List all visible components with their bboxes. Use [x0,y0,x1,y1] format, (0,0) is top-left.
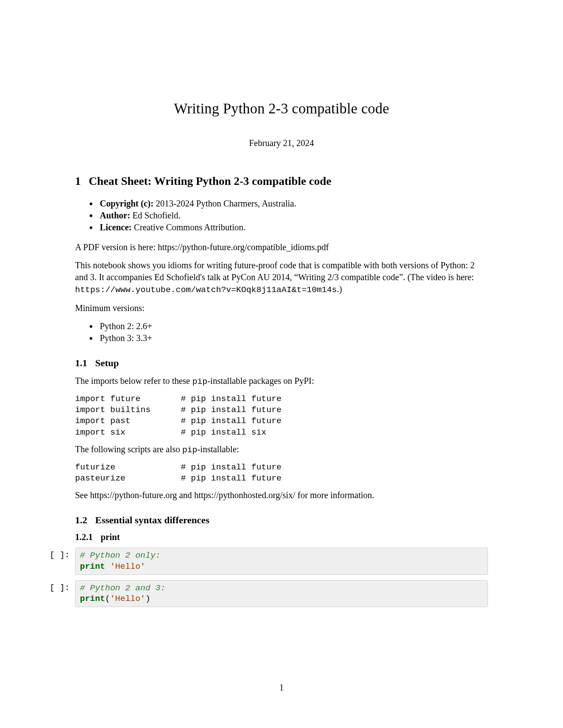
code-comment: # Python 2 and 3: [80,583,166,593]
code-cell-1: [ ]: # Python 2 only: print 'Hello' [75,548,488,574]
pdf-link: https://python-future.org/compatible_idi… [158,242,329,252]
section-number: 1 [75,175,81,188]
list-item: Python 2: 2.6+ [98,320,488,332]
subsubsection-print: 1.2.1print [75,532,488,542]
section-title: Cheat Sheet: Writing Python 2-3 compatib… [89,175,331,188]
setup-code-scripts: futurize # pip install future pasteurize… [75,462,488,484]
meta-licence-value: Creative Commons Attribution. [132,222,246,232]
text: The imports below refer to these [75,376,192,386]
setup-lead-1: The imports below refer to these pip-ins… [75,375,488,388]
min-versions-list: Python 2: 2.6+ Python 3: 3.3+ [75,320,488,344]
list-item: Python 3: 3.3+ [98,332,488,344]
subsection-essential-syntax: 1.2Essential syntax differences [75,514,488,526]
text: for more information. [295,490,374,500]
cell-prompt: [ ]: [22,580,75,593]
list-item: Author: Ed Schofield. [98,210,488,221]
code-keyword: print [80,594,105,604]
cell-body: # Python 2 and 3: print('Hello') [75,580,488,607]
list-item: Licence: Creative Commons Attribution. [98,221,488,233]
code-paren: ) [145,594,150,604]
meta-copyright-value: 2013-2024 Python Charmers, Australia. [154,199,296,208]
section-number: 1.2.1 [75,532,93,542]
setup-lead-2: The following scripts are also pip-insta… [75,443,488,456]
setup-code-imports: import future # pip install future impor… [75,394,488,438]
intro-paragraph: This notebook shows you idioms for writi… [75,259,488,296]
pdf-line-pre: A PDF version is here: [75,242,158,252]
link-python-future: https://python-future.org [90,490,177,500]
pdf-line: A PDF version is here: https://python-fu… [75,241,488,253]
text: -installable packages on PyPI: [208,376,314,386]
section-heading-1: 1Cheat Sheet: Writing Python 2-3 compati… [75,175,488,188]
section-number: 1.1 [75,357,87,368]
meta-author-value: Ed Schofield. [130,210,181,220]
cell-prompt: [ ]: [22,548,75,560]
document-date: February 21, 2024 [75,138,488,148]
meta-copyright-label: Copyright (c): [100,199,154,208]
code-cell-2: [ ]: # Python 2 and 3: print('Hello') [75,580,488,607]
meta-author-label: Author: [100,210,130,220]
document-title: Writing Python 2-3 compatible code [75,101,488,117]
intro-tail: .) [337,284,342,294]
code-paren: ( [105,594,110,604]
text: The following scripts are also [75,444,182,454]
intro-text: This notebook shows you idioms for writi… [75,260,475,282]
code-string: 'Hello' [105,562,145,571]
code-comment: # Python 2 only: [80,551,160,560]
cell-body: # Python 2 only: print 'Hello' [75,548,488,574]
text: See [75,490,90,500]
video-url: https://www.youtube.com/watch?v=KOqk8j11… [75,285,337,295]
list-item: Copyright (c): 2013-2024 Python Charmers… [98,198,488,210]
page-content: Writing Python 2-3 compatible code Febru… [75,101,488,612]
pip-literal: pip [192,377,207,387]
meta-licence-label: Licence: [100,222,132,232]
section-title: print [101,532,120,542]
subsection-setup: 1.1Setup [75,357,488,369]
setup-see-line: See https://python-future.org and https:… [75,489,488,501]
text: and [177,490,194,500]
section-title: Essential syntax differences [95,514,210,525]
pip-literal: pip [182,445,197,455]
meta-list: Copyright (c): 2013-2024 Python Charmers… [75,198,488,233]
min-versions-label: Minimum versions: [75,302,488,314]
text: -installable: [197,444,239,454]
section-number: 1.2 [75,514,87,525]
code-keyword: print [80,562,105,571]
page-number: 1 [0,683,563,693]
code-string: 'Hello' [110,594,145,604]
link-six: https://pythonhosted.org/six/ [194,490,295,500]
section-title: Setup [95,357,119,368]
